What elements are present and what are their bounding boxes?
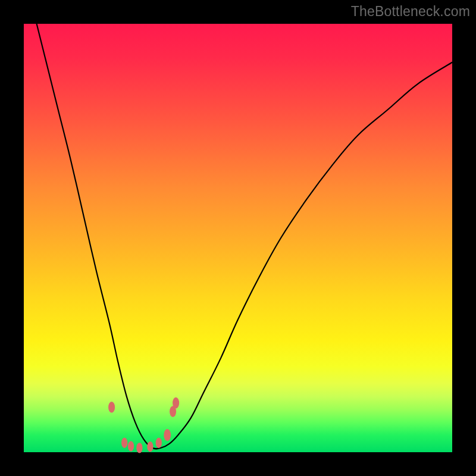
curve-marker	[121, 437, 127, 448]
watermark-text: TheBottleneck.com	[351, 4, 470, 20]
curve-marker	[164, 429, 171, 441]
chart-frame: TheBottleneck.com	[0, 0, 476, 476]
bottleneck-curve	[24, 24, 452, 452]
curve-marker	[147, 441, 153, 452]
curve-marker	[108, 402, 115, 413]
plot-area	[24, 24, 452, 452]
curve-marker	[136, 443, 142, 453]
curve-marker	[156, 437, 162, 448]
curve-path	[37, 24, 452, 449]
curve-marker	[173, 397, 179, 409]
curve-marker	[128, 441, 134, 452]
